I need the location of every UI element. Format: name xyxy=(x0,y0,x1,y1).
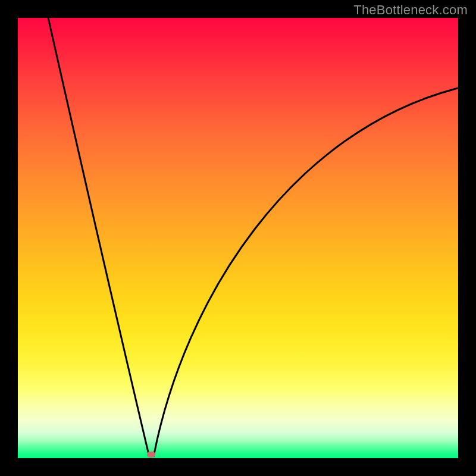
curve-svg xyxy=(18,18,458,458)
curve-left-branch xyxy=(48,18,149,457)
watermark-text: TheBottleneck.com xyxy=(353,2,468,18)
chart-frame: TheBottleneck.com xyxy=(0,0,476,476)
plot-area xyxy=(18,18,458,458)
curve-right-branch xyxy=(154,88,458,457)
minimum-marker xyxy=(147,452,155,458)
